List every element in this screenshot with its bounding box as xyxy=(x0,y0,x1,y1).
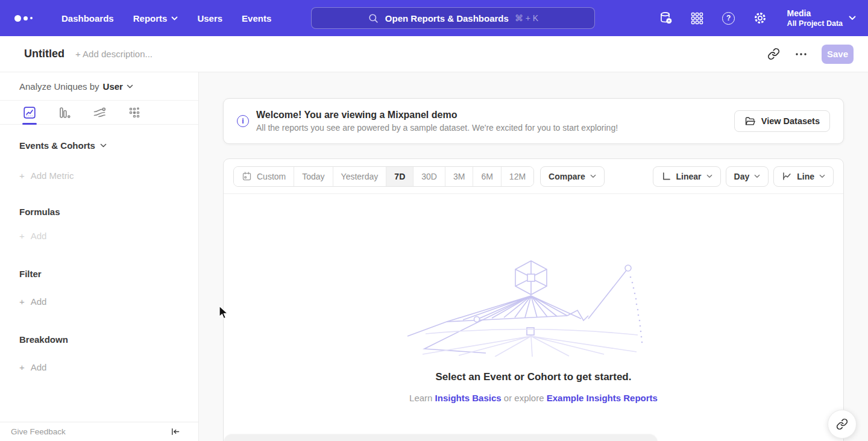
bottom-panel-edge[interactable] xyxy=(224,434,658,441)
bar-chart-tab-icon xyxy=(57,105,72,120)
save-button[interactable]: Save xyxy=(822,45,854,64)
add-filter-button[interactable]: + Add xyxy=(0,296,198,307)
nav-label: Reports xyxy=(133,13,168,23)
logo-dot xyxy=(24,16,28,20)
nav-right-cluster: ? Media All Project Data xyxy=(658,0,856,36)
tab-flow[interactable] xyxy=(89,101,110,124)
analyze-by-dropdown[interactable]: User xyxy=(103,81,133,92)
more-options-button[interactable] xyxy=(794,47,808,61)
chevron-down-icon xyxy=(590,174,596,178)
events-cohorts-section[interactable]: Events & Cohorts xyxy=(0,140,198,151)
main-content: i Welcome! You are viewing a Mixpanel de… xyxy=(199,72,868,441)
chevron-down-icon xyxy=(754,174,760,178)
empty-state-text: or explore xyxy=(504,393,544,403)
collapse-icon xyxy=(171,427,180,436)
info-icon: i xyxy=(237,115,249,127)
line-chart-tab-icon xyxy=(22,105,37,120)
interval-dropdown[interactable]: Day xyxy=(726,166,769,187)
view-datasets-button[interactable]: View Datasets xyxy=(734,110,830,132)
chart-type-dropdown[interactable]: Line xyxy=(773,166,834,187)
date-range-control: Custom Today Yesterday 7D 30D 3M 6M 12M xyxy=(233,166,534,187)
empty-state-subtitle: Learn Insights Basics or explore Example… xyxy=(224,393,843,403)
tab-bar-chart[interactable] xyxy=(54,101,75,124)
ellipsis-icon xyxy=(795,52,807,56)
tab-insights-line[interactable] xyxy=(19,101,40,124)
nav-label: Dashboards xyxy=(61,13,114,23)
apps-grid-button[interactable] xyxy=(690,10,705,26)
range-3m[interactable]: 3M xyxy=(445,167,473,186)
range-6m[interactable]: 6M xyxy=(473,167,501,186)
link-icon xyxy=(836,418,848,430)
help-icon: ? xyxy=(722,12,735,25)
global-search[interactable]: Open Reports & Dashboards ⌘ + K xyxy=(311,7,595,29)
nav-item-reports[interactable]: Reports xyxy=(126,8,186,28)
add-filter-label: Add xyxy=(31,296,47,307)
chevron-down-icon xyxy=(100,143,107,148)
report-header: Untitled + Add description... Save xyxy=(0,36,868,72)
range-label: 6M xyxy=(481,172,492,181)
add-formula-button[interactable]: + Add xyxy=(0,231,198,241)
search-shortcut: ⌘ + K xyxy=(515,13,538,23)
chart-card: Custom Today Yesterday 7D 30D 3M 6M 12M … xyxy=(223,158,844,441)
nav-item-events[interactable]: Events xyxy=(234,8,278,28)
add-description-field[interactable]: + Add description... xyxy=(75,49,153,59)
mixpanel-insights-page: Dashboards Reports Users Events Open Rep… xyxy=(0,0,868,441)
line-chart-icon xyxy=(782,171,792,181)
analyze-value: User xyxy=(103,81,123,92)
share-link-fab[interactable] xyxy=(828,410,857,439)
range-7d[interactable]: 7D xyxy=(386,167,414,186)
insights-basics-link[interactable]: Insights Basics xyxy=(435,393,502,403)
range-30d[interactable]: 30D xyxy=(414,167,445,186)
plus-icon: + xyxy=(19,170,25,181)
compare-dropdown[interactable]: Compare xyxy=(540,166,605,187)
banner-title: Welcome! You are viewing a Mixpanel demo xyxy=(256,108,618,122)
scale-label: Linear xyxy=(676,172,702,181)
empty-state-text: Learn xyxy=(409,393,432,403)
plus-icon: + xyxy=(19,231,25,241)
range-label: 12M xyxy=(509,172,526,181)
add-metric-button[interactable]: + Add Metric xyxy=(0,170,198,181)
nav-item-users[interactable]: Users xyxy=(190,8,230,28)
give-feedback-link[interactable]: Give Feedback xyxy=(11,427,66,436)
visualization-tabs xyxy=(0,101,198,125)
filter-section-title: Filter xyxy=(0,269,198,279)
chevron-down-icon xyxy=(127,84,133,89)
range-custom[interactable]: Custom xyxy=(234,167,294,186)
chevron-down-icon xyxy=(706,174,712,178)
range-label: Today xyxy=(302,172,324,181)
interval-label: Day xyxy=(734,172,750,181)
mixpanel-logo[interactable] xyxy=(14,15,33,22)
add-breakdown-button[interactable]: + Add xyxy=(0,362,198,372)
chart-type-label: Line xyxy=(797,172,814,181)
example-insights-reports-link[interactable]: Example Insights Reports xyxy=(547,393,658,403)
tab-metrics-grid[interactable] xyxy=(124,101,145,124)
copy-link-button[interactable] xyxy=(766,47,781,61)
analyze-label: Analyze Uniques by xyxy=(19,81,99,92)
nav-label: Events xyxy=(242,13,271,23)
sidebar-footer: Give Feedback xyxy=(0,422,198,441)
compare-label: Compare xyxy=(549,172,585,181)
logo-dot xyxy=(14,15,21,22)
range-today[interactable]: Today xyxy=(294,167,333,186)
range-yesterday[interactable]: Yesterday xyxy=(333,167,387,186)
settings-button[interactable] xyxy=(752,10,768,26)
range-12m[interactable]: 12M xyxy=(502,167,533,186)
chevron-down-icon xyxy=(819,174,825,178)
chevron-down-icon xyxy=(849,16,856,20)
help-button[interactable]: ? xyxy=(721,10,737,26)
gear-icon xyxy=(753,11,767,25)
analyze-row: Analyze Uniques by User xyxy=(0,72,198,101)
linear-axis-icon xyxy=(661,171,671,181)
metrics-tab-icon xyxy=(127,105,142,120)
collapse-sidebar-button[interactable] xyxy=(171,427,180,436)
nav-label: Users xyxy=(197,13,222,23)
add-formula-label: Add xyxy=(31,231,47,241)
report-title[interactable]: Untitled xyxy=(24,48,64,60)
empty-state-illustration xyxy=(389,251,679,357)
scale-dropdown[interactable]: Linear xyxy=(653,166,721,187)
data-management-button[interactable] xyxy=(658,10,674,26)
plus-icon: + xyxy=(19,296,25,307)
nav-item-dashboards[interactable]: Dashboards xyxy=(54,8,121,28)
project-selector[interactable]: Media All Project Data xyxy=(787,8,856,28)
logo-dot xyxy=(30,17,33,19)
